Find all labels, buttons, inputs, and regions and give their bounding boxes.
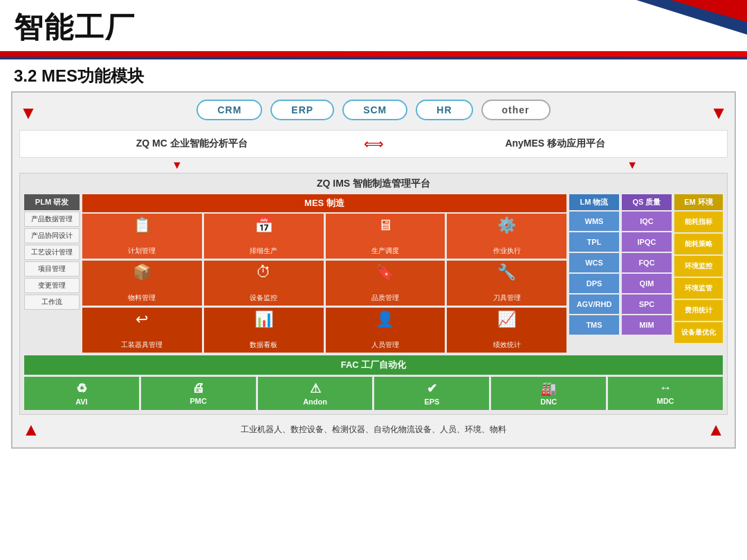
lm-column: LM 物流 WMS TPL WCS DPS AGV/RHD TMS <box>569 194 619 353</box>
dashboard-label: 数据看板 <box>250 340 277 350</box>
equipment-icon: ⏱ <box>256 263 271 281</box>
tool-icon: 🔧 <box>497 263 516 281</box>
lm-wcs: WCS <box>569 253 619 272</box>
auto-mdc: ↔ MDC <box>608 377 723 410</box>
ims-title: ZQ IMS 智能制造管理平台 <box>24 178 723 190</box>
fixture-icon: ↩ <box>136 310 148 328</box>
mes-cell-dispatch: 🖥 生产调度 <box>326 214 445 259</box>
em-item-2: 能耗策略 <box>674 234 723 254</box>
em-item-6: 设备最优化 <box>674 322 723 343</box>
plm-item-2: 产品协同设计 <box>24 228 80 243</box>
arrow-right-bottom: ▲ <box>707 419 725 440</box>
schedule-icon: 📅 <box>255 216 273 234</box>
mes-cell-hr: 👤 人员管理 <box>326 308 445 353</box>
platform-left: ZQ MC 企业智能分析平台 <box>31 138 353 150</box>
tool-label: 刀具管理 <box>493 293 521 303</box>
section-title: 3.2 MES功能模块 <box>0 59 747 91</box>
mes-cell-performance: 📈 绩效统计 <box>447 308 566 353</box>
performance-label: 绩效统计 <box>493 340 521 350</box>
red-stripe <box>0 51 747 57</box>
qs-iqc: IQC <box>622 212 672 231</box>
page-title: 智能工厂 <box>14 8 136 47</box>
plan-icon: 📋 <box>133 216 151 234</box>
auto-pmc: 🖨 PMC <box>141 377 256 410</box>
mes-header: MES 制造 <box>82 194 566 212</box>
dnc-label: DNC <box>540 398 557 406</box>
mes-cell-quality: 🔖 品质管理 <box>326 261 445 306</box>
job-icon: ⚙️ <box>497 216 516 234</box>
auto-avi: ♻ AVI <box>24 377 139 410</box>
arrow-down-right: ▼ <box>627 159 638 171</box>
lm-tms: TMS <box>569 315 619 335</box>
eps-icon: ✔ <box>427 381 437 396</box>
pmc-label: PMC <box>190 397 207 405</box>
plm-column: PLM 研发 产品数据管理 产品协同设计 工艺设计管理 项目管理 变更管理 工作… <box>24 194 80 353</box>
lm-agv: AGV/RHD <box>569 295 619 314</box>
mes-column: MES 制造 📋 计划管理 📅 排细生产 🖥 生产调度 <box>82 194 566 353</box>
arrow-left-bottom: ▲ <box>22 419 40 440</box>
hr-icon: 👤 <box>376 310 394 328</box>
platform-arrow: ⟺ <box>364 136 384 152</box>
diagram-area: ▼ CRM ERP SCM HR other ▼ ZQ MC 企业智能分析平台 … <box>11 91 736 449</box>
dashboard-icon: 📊 <box>255 310 273 328</box>
main-grid: PLM 研发 产品数据管理 产品协同设计 工艺设计管理 项目管理 变更管理 工作… <box>24 194 723 353</box>
mes-cell-fixture: ↩ 工装器具管理 <box>82 308 202 353</box>
sys-hr: HR <box>416 100 472 120</box>
performance-icon: 📈 <box>497 310 516 328</box>
material-label: 物料管理 <box>128 293 156 303</box>
plm-item-4: 项目管理 <box>24 261 80 277</box>
plm-item-1: 产品数据管理 <box>24 212 80 227</box>
auto-dnc: 🏭 DNC <box>491 377 606 410</box>
quality-label: 品质管理 <box>371 293 399 303</box>
sys-scm: SCM <box>342 100 407 120</box>
platform-right: AnyMES 移动应用平台 <box>395 138 717 150</box>
em-item-3: 环境监控 <box>674 256 723 277</box>
auto-eps: ✔ EPS <box>374 377 489 410</box>
avi-label: AVI <box>75 398 88 406</box>
plm-item-5: 变更管理 <box>24 278 80 293</box>
fixture-label: 工装器具管理 <box>121 340 163 350</box>
mes-cell-equipment: ⏱ 设备监控 <box>204 261 324 306</box>
lm-header: LM 物流 <box>569 194 619 210</box>
mes-cell-dashboard: 📊 数据看板 <box>204 308 324 353</box>
hr-label: 人员管理 <box>371 340 399 350</box>
qs-header: QS 质量 <box>622 194 672 210</box>
dispatch-icon: 🖥 <box>378 216 393 234</box>
arrow-left-top: ▼ <box>19 102 37 124</box>
plan-label: 计划管理 <box>128 246 156 256</box>
lm-wms: WMS <box>569 212 619 231</box>
mes-cell-job: ⚙️ 作业执行 <box>447 214 566 259</box>
bottom-text: 工业机器人、数控设备、检测仪器、自动化物流设备、人员、环境、物料 <box>40 424 708 436</box>
auto-andon: ⚠ Andon <box>258 377 373 410</box>
ims-container: ZQ IMS 智能制造管理平台 PLM 研发 产品数据管理 产品协同设计 工艺设… <box>19 173 728 415</box>
mes-cell-material: 📦 物料管理 <box>82 261 202 306</box>
plm-header: PLM 研发 <box>24 194 80 210</box>
arrow-right-top: ▼ <box>710 102 728 124</box>
automation-row: ♻ AVI 🖨 PMC ⚠ Andon ✔ EPS 🏭 DNC ↔ MDC <box>24 377 723 410</box>
avi-icon: ♻ <box>76 381 87 396</box>
qs-column: QS 质量 IQC IPQC FQC QIM SPC MIM <box>622 194 672 353</box>
qs-qim: QIM <box>622 274 672 293</box>
material-icon: 📦 <box>133 263 151 281</box>
header-section: 智能工厂 <box>0 0 747 51</box>
lm-dps: DPS <box>569 274 619 293</box>
blue-stripe <box>0 57 747 59</box>
eps-label: EPS <box>424 398 439 406</box>
job-label: 作业执行 <box>493 246 521 256</box>
equipment-label: 设备监控 <box>250 293 277 303</box>
lm-tpl: TPL <box>569 232 619 252</box>
sys-erp: ERP <box>270 100 334 120</box>
pmc-icon: 🖨 <box>192 381 205 395</box>
em-column: EM 环境 能耗指标 能耗策略 环境监控 环境监管 费用统计 设备最优化 <box>674 194 723 353</box>
em-item-5: 费用统计 <box>674 300 723 321</box>
mes-cell-schedule: 📅 排细生产 <box>204 214 324 259</box>
em-item-1: 能耗指标 <box>674 212 723 232</box>
dispatch-label: 生产调度 <box>371 246 399 256</box>
em-header: EM 环境 <box>674 194 723 210</box>
em-item-4: 环境监管 <box>674 278 723 299</box>
sys-crm: CRM <box>196 100 262 120</box>
plm-item-6: 工作流 <box>24 295 80 310</box>
qs-ipqc: IPQC <box>622 232 672 252</box>
quality-icon: 🔖 <box>376 263 394 281</box>
dnc-icon: 🏭 <box>541 381 556 396</box>
